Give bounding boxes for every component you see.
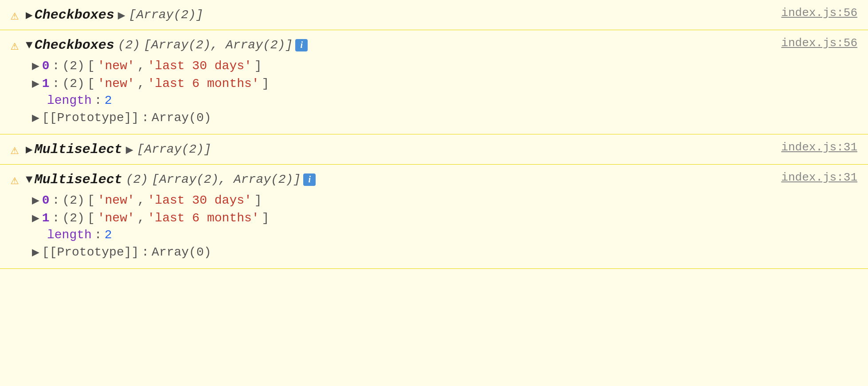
info-badge-4[interactable]: i [303, 173, 316, 186]
info-badge-2[interactable]: i [295, 39, 308, 51]
prototype-label-4: [[Prototype]] [42, 245, 139, 259]
file-link-4[interactable]: index.js:31 [763, 171, 857, 184]
colon-2-1: : [52, 77, 60, 91]
item-count-2-1: (2) [62, 77, 84, 91]
label-checkboxes-2: Checkboxes [35, 38, 114, 53]
warning-icon-3: ⚠ [11, 142, 19, 158]
item-arrow-4-0[interactable]: ▶ [32, 193, 39, 208]
proto-arrow-2[interactable]: ▶ [32, 110, 39, 125]
array-count-2: (2) [118, 38, 140, 52]
item-arrow-2-0[interactable]: ▶ [32, 58, 39, 73]
length-value-2: 2 [105, 94, 112, 107]
warning-icon-1: ⚠ [11, 7, 19, 24]
arrow-separator-1: ▶ [118, 8, 125, 23]
array-bracket-2: [Array(2), Array(2)] [144, 38, 293, 52]
item-index-4-0: 0 [42, 193, 50, 207]
item-count-2-0: (2) [62, 59, 84, 73]
array-preview-3: [Array(2)] [137, 142, 211, 156]
item-count-4-0: (2) [62, 193, 84, 207]
comma-2-0: , [137, 59, 145, 73]
expanded-content-2: ▶ 0 : (2) [ 'new' , 'last 30 days' ] ▶ 1… [32, 58, 857, 125]
comma-4-1: , [137, 211, 145, 225]
console-row-3: ⚠ ▶ Multiselect ▶ [Array(2)] index.js:31 [0, 134, 868, 165]
string-val-4-0-1: 'last 30 days' [148, 193, 252, 207]
prototype-row-4: ▶ [[Prototype]] : Array(0) [32, 244, 857, 260]
bracket-close-2-1: ] [262, 77, 270, 91]
length-label-4: length [47, 228, 92, 242]
array-preview-1: [Array(2)] [129, 8, 203, 22]
array-item-2-0: ▶ 0 : (2) [ 'new' , 'last 30 days' ] [32, 58, 857, 73]
toggle-arrow-1[interactable]: ▶ [26, 8, 33, 22]
label-multiselect-4: Multiselect [35, 172, 122, 187]
string-val-4-1-0: 'new' [98, 211, 135, 225]
item-arrow-4-1[interactable]: ▶ [32, 210, 39, 225]
colon-4-1: : [52, 211, 60, 225]
toggle-arrow-2[interactable]: ▼ [26, 39, 33, 52]
prototype-label-2: [[Prototype]] [42, 111, 139, 125]
string-val-2-0-1: 'last 30 days' [148, 59, 252, 73]
label-checkboxes-1: Checkboxes [35, 8, 114, 23]
bracket-close-4-0: ] [254, 193, 262, 207]
console-row-1: ⚠ ▶ Checkboxes ▶ [Array(2)] index.js:56 [0, 0, 868, 30]
file-link-3[interactable]: index.js:31 [763, 141, 857, 154]
comma-2-1: , [137, 77, 145, 91]
length-value-4: 2 [105, 228, 112, 242]
toggle-arrow-4[interactable]: ▼ [26, 173, 33, 186]
console-row-2: ⚠ ▼ Checkboxes (2) [Array(2), Array(2)] … [0, 30, 868, 134]
string-val-4-1-1: 'last 6 months' [148, 211, 259, 225]
string-val-2-1-1: 'last 6 months' [148, 77, 259, 91]
prototype-value-2: Array(0) [152, 111, 211, 125]
array-item-4-0: ▶ 0 : (2) [ 'new' , 'last 30 days' ] [32, 193, 857, 208]
array-item-4-1: ▶ 1 : (2) [ 'new' , 'last 6 months' ] [32, 210, 857, 225]
string-val-2-1-0: 'new' [98, 77, 135, 91]
item-count-4-1: (2) [62, 211, 84, 225]
length-colon-4: : [94, 228, 102, 242]
item-index-2-1: 1 [42, 77, 50, 91]
item-index-2-0: 0 [42, 59, 50, 73]
array-count-4: (2) [126, 173, 148, 186]
array-item-2-1: ▶ 1 : (2) [ 'new' , 'last 6 months' ] [32, 76, 857, 91]
proto-arrow-4[interactable]: ▶ [32, 244, 39, 260]
length-spacer-2 [32, 94, 44, 107]
length-row-2: length : 2 [32, 94, 857, 107]
length-spacer-4 [32, 228, 44, 242]
arrow-separator-3: ▶ [126, 142, 133, 157]
length-row-4: length : 2 [32, 228, 857, 242]
warning-icon-4: ⚠ [11, 172, 19, 188]
bracket-open-2-1: [ [87, 77, 95, 91]
item-index-4-1: 1 [42, 211, 50, 225]
length-label-2: length [47, 94, 92, 107]
prototype-value-4: Array(0) [152, 245, 211, 259]
colon-2-0: : [52, 59, 60, 73]
file-link-1[interactable]: index.js:56 [763, 6, 857, 20]
length-colon-2: : [94, 94, 102, 107]
toggle-arrow-3[interactable]: ▶ [26, 142, 33, 157]
warning-icon-2: ⚠ [11, 37, 19, 54]
file-link-2[interactable]: index.js:56 [763, 36, 857, 50]
bracket-open-4-1: [ [87, 211, 95, 225]
bracket-open-4-0: [ [87, 193, 95, 207]
proto-colon-2: : [141, 111, 149, 125]
console-panel: ⚠ ▶ Checkboxes ▶ [Array(2)] index.js:56 … [0, 0, 868, 269]
string-val-4-0-0: 'new' [98, 193, 135, 207]
console-row-4: ⚠ ▼ Multiselect (2) [Array(2), Array(2)]… [0, 165, 868, 269]
expanded-content-4: ▶ 0 : (2) [ 'new' , 'last 30 days' ] ▶ 1… [32, 193, 857, 260]
bracket-close-4-1: ] [262, 211, 270, 225]
bracket-open-2-0: [ [87, 59, 95, 73]
string-val-2-0-0: 'new' [98, 59, 135, 73]
proto-colon-4: : [141, 245, 149, 259]
colon-4-0: : [52, 193, 60, 207]
prototype-row-2: ▶ [[Prototype]] : Array(0) [32, 110, 857, 125]
bracket-close-2-0: ] [254, 59, 262, 73]
array-bracket-4: [Array(2), Array(2)] [152, 173, 301, 186]
item-arrow-2-1[interactable]: ▶ [32, 76, 39, 91]
label-multiselect-3: Multiselect [35, 142, 122, 157]
comma-4-0: , [137, 193, 145, 207]
